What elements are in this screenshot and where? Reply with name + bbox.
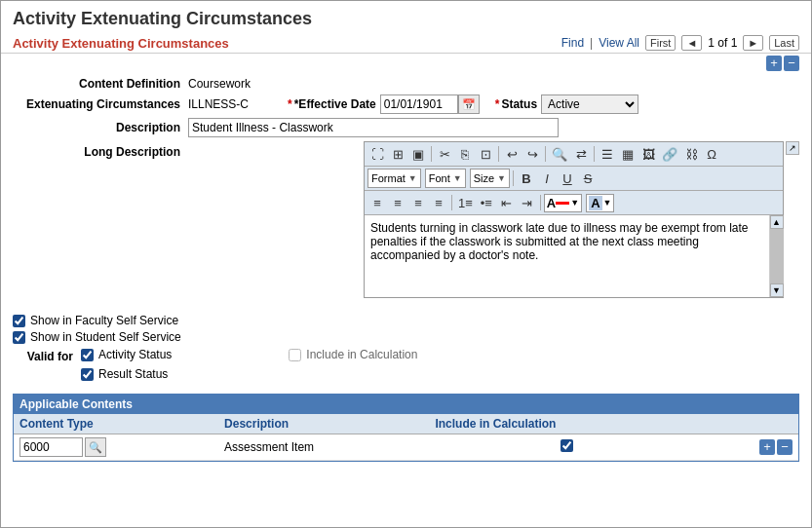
rte-align-right-btn[interactable]: ≡: [408, 193, 428, 212]
col-actions: [705, 414, 798, 434]
ext-circumstances-row: Extenuating Circumstances ILLNESS-C **Ef…: [13, 94, 799, 114]
description-cell: Assessment Item: [218, 434, 429, 461]
rte-sep2: [498, 146, 499, 162]
row-remove-btn[interactable]: −: [777, 439, 793, 455]
find-link[interactable]: Find: [561, 36, 584, 50]
rte-size-dropdown[interactable]: Size ▼: [470, 169, 510, 188]
rte-sep5: [513, 170, 514, 186]
rte-expand-btn[interactable]: ⛶: [367, 144, 387, 164]
rte-find-btn[interactable]: 🔍: [549, 144, 570, 164]
scroll-up-btn[interactable]: ▲: [770, 215, 784, 229]
view-all-link[interactable]: View All: [599, 36, 639, 50]
rte-italic-btn[interactable]: I: [537, 169, 557, 188]
rte-underline-btn[interactable]: U: [558, 169, 577, 188]
rte-templates-btn[interactable]: ▣: [408, 144, 428, 164]
effective-date-label: **Effective Date: [288, 97, 376, 111]
scroll-down-btn[interactable]: ▼: [770, 283, 784, 297]
rte-link-btn[interactable]: 🔗: [659, 144, 680, 164]
rte-unordered-list-btn[interactable]: •≡: [477, 193, 496, 212]
scroll-track: [770, 229, 784, 283]
rte-special-char-btn[interactable]: Ω: [702, 144, 721, 164]
header-title: Activity Extenuating Circumstances: [13, 36, 229, 51]
content-type-search-btn[interactable]: 🔍: [85, 437, 106, 457]
include-calc-checkbox[interactable]: [289, 349, 301, 361]
rte-table-btn[interactable]: ▦: [618, 144, 638, 164]
size-arrow-icon: ▼: [497, 173, 506, 183]
first-btn[interactable]: First: [645, 35, 676, 51]
rte-ordered-list-btn[interactable]: 1≡: [455, 193, 476, 212]
rte-sep1: [431, 146, 432, 162]
header-row: Activity Extenuating Circumstances Find …: [1, 33, 811, 54]
rte-cut-btn[interactable]: ✂: [435, 144, 454, 164]
col-include-calc: Include in Calculation: [429, 414, 705, 434]
rte-undo-btn[interactable]: ↩: [502, 144, 522, 164]
content-definition-value: Coursework: [188, 77, 251, 91]
rte-align-btn[interactable]: ☰: [598, 144, 617, 164]
last-btn[interactable]: Last: [769, 35, 799, 51]
ext-circumstances-label: Extenuating Circumstances: [13, 97, 188, 111]
page-title: Activity Extenuating Circumstances: [13, 9, 799, 29]
rte-source-btn[interactable]: ⊞: [388, 144, 407, 164]
row-add-btn[interactable]: +: [759, 439, 775, 455]
rte-align-left-btn[interactable]: ≡: [367, 193, 387, 212]
rte-redo-btn[interactable]: ↪: [522, 144, 542, 164]
result-status-row: Result Status: [81, 367, 172, 381]
valid-for-label: Valid for: [13, 348, 81, 363]
rte-format-dropdown[interactable]: Format ▼: [367, 169, 421, 188]
expand-corner-area: ↗: [784, 141, 799, 155]
rte-image-btn[interactable]: 🖼: [638, 144, 658, 164]
include-calc-area: Include in Calculation: [289, 348, 417, 361]
applicable-contents-table: Content Type Description Include in Calc…: [14, 414, 798, 461]
effective-date-input[interactable]: [380, 94, 458, 114]
activity-status-label: Activity Status: [98, 348, 172, 361]
content-type-input[interactable]: [19, 437, 83, 457]
show-faculty-checkbox[interactable]: [13, 315, 25, 327]
rte-bg-color-btn[interactable]: A ▼: [586, 194, 614, 212]
valid-for-checks: Activity Status Result Status: [81, 348, 172, 384]
checkbox-area: Show in Faculty Self Service Show in Stu…: [1, 308, 811, 388]
rte-toolbar1: ⛶ ⊞ ▣ ✂ ⎘ ⊡ ↩ ↪ 🔍 ⇄ ☰ ▦ 🖼: [365, 142, 783, 167]
row-include-calc-checkbox[interactable]: [561, 439, 573, 452]
remove-row-btn[interactable]: −: [784, 56, 799, 71]
rte-toolbar3: ≡ ≡ ≡ ≡ 1≡ •≡ ⇤ ⇥ A ▼ A: [365, 191, 783, 215]
rte-align-center-btn[interactable]: ≡: [388, 193, 407, 212]
rte-align-justify-btn[interactable]: ≡: [429, 193, 448, 212]
show-faculty-row: Show in Faculty Self Service: [13, 314, 799, 327]
rte-scrollbar[interactable]: ▲ ▼: [769, 215, 783, 297]
row-pm-btns: + −: [711, 439, 793, 455]
rte-font-dropdown[interactable]: Font ▼: [425, 169, 466, 188]
show-student-label: Show in Student Self Service: [30, 330, 181, 344]
description-input[interactable]: [188, 118, 559, 137]
font-arrow-icon: ▼: [453, 173, 462, 183]
rte-copy-btn[interactable]: ⎘: [455, 144, 475, 164]
rte-text-content[interactable]: Students turning in classwork late due t…: [365, 215, 769, 283]
expand-corner-btn[interactable]: ↗: [786, 141, 799, 155]
rte-replace-btn[interactable]: ⇄: [571, 144, 591, 164]
prev-btn[interactable]: ◄: [681, 35, 702, 51]
add-row-btn[interactable]: +: [766, 56, 782, 71]
font-label: Font: [429, 172, 450, 184]
calendar-btn[interactable]: 📅: [458, 94, 480, 114]
activity-status-row: Activity Status: [81, 348, 172, 361]
rte-unlink-btn[interactable]: ⛓: [681, 144, 701, 164]
rte-strikethrough-btn[interactable]: S: [578, 169, 598, 188]
content-definition-row: Content Definition Coursework: [13, 77, 799, 91]
next-btn[interactable]: ►: [743, 35, 763, 51]
activity-status-checkbox[interactable]: [81, 349, 94, 361]
color-bar: [556, 202, 569, 205]
rte-indent-btn[interactable]: ⇥: [518, 193, 537, 212]
rte-outdent-btn[interactable]: ⇤: [497, 193, 517, 212]
row-actions-cell: + −: [705, 434, 798, 461]
rte-paste-btn[interactable]: ⊡: [476, 144, 495, 164]
col-content-type: Content Type: [14, 414, 218, 434]
show-student-checkbox[interactable]: [13, 331, 25, 344]
rte-bold-btn[interactable]: B: [517, 169, 536, 188]
ext-circumstances-value: ILLNESS-C: [188, 97, 249, 111]
rte-text-color-btn[interactable]: A ▼: [544, 194, 582, 212]
result-status-checkbox[interactable]: [81, 368, 94, 381]
header-nav: Find | View All First ◄ 1 of 1 ► Last: [561, 35, 799, 51]
long-description-row: Long Description ⛶ ⊞ ▣ ✂ ⎘ ⊡ ↩ ↪ 🔍 ⇄: [13, 141, 799, 298]
show-faculty-label: Show in Faculty Self Service: [30, 314, 178, 327]
status-select[interactable]: Active Inactive: [541, 94, 638, 114]
content-type-cell: 🔍: [14, 434, 218, 461]
